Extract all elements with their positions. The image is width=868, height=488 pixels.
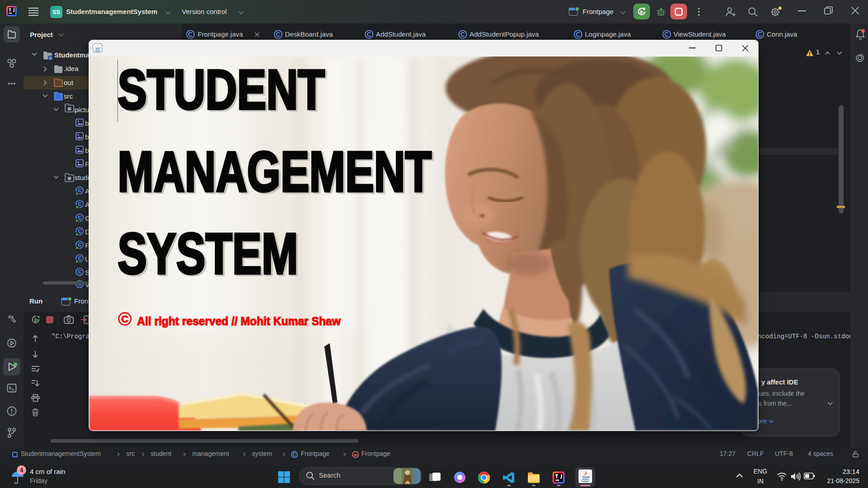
svg-text:C: C [78, 269, 82, 275]
svg-text:C: C [78, 201, 82, 207]
svg-text:C: C [78, 228, 82, 234]
svg-text:C: C [78, 215, 82, 220]
svg-text:STUDENT: STUDENT [118, 58, 325, 121]
svg-text:SYSTEM: SYSTEM [118, 221, 298, 286]
svg-text:C: C [78, 256, 82, 261]
svg-text:All right reserved // Mohit Ku: All right reserved // Mohit Kumar Shaw [137, 314, 341, 328]
svg-text:C: C [78, 188, 82, 193]
svg-text:MANAGEMENT: MANAGEMENT [118, 140, 432, 204]
svg-text:C: C [78, 242, 82, 247]
svg-text:C: C [121, 313, 128, 325]
svg-text:m: m [354, 453, 357, 457]
